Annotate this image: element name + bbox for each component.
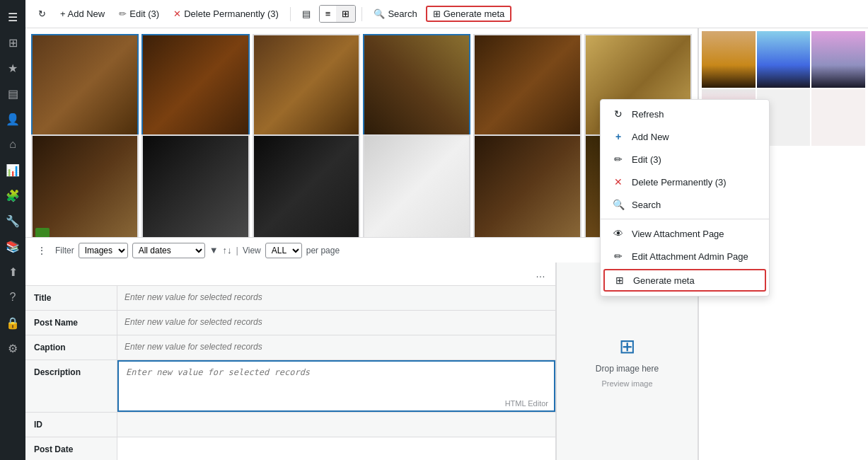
drop-icon: ⊞	[619, 335, 635, 358]
add-new-label: + Add New	[60, 8, 105, 19]
image-cell-2[interactable]	[141, 34, 249, 142]
edit-button[interactable]: ✏ Edit (3)	[113, 6, 165, 22]
users-icon[interactable]: 👤	[1, 108, 24, 130]
ctx-view-attachment[interactable]: 👁 View Attachment Page	[601, 222, 769, 245]
form-row-description: Description HTML Editor	[25, 360, 555, 413]
details-panel: … Title Post Name	[25, 263, 698, 460]
description-value[interactable]: HTML Editor	[117, 360, 555, 412]
search-button[interactable]: 🔍 Search	[368, 6, 422, 22]
refresh-button[interactable]: ↻	[33, 6, 52, 22]
image-cell-10[interactable]	[363, 134, 470, 238]
ctx-view-icon: 👁	[612, 228, 625, 239]
caption-value[interactable]	[117, 335, 555, 360]
right-thumb-2[interactable]	[757, 31, 811, 88]
toolbar: ↻ + Add New ✏ Edit (3) ✕ Delete Permanen…	[25, 0, 868, 28]
ctx-edit-icon: ✏	[612, 154, 625, 165]
ctx-delete-icon: ✕	[612, 176, 625, 188]
form-row-post-name: Post Name	[25, 311, 555, 335]
lock-icon[interactable]: 🔒	[1, 311, 24, 334]
post-name-input[interactable]	[125, 317, 548, 327]
puzzle-icon[interactable]: 🧩	[1, 184, 24, 207]
right-thumb-3[interactable]	[811, 31, 865, 88]
ctx-edit-attach-label: Edit Attachment Admin Page	[632, 251, 748, 262]
bulk-actions-icon-button[interactable]: ▤	[296, 6, 316, 22]
settings-icon[interactable]: ⚙	[1, 337, 24, 360]
ctx-separator	[601, 219, 769, 219]
help-icon[interactable]: ?	[1, 286, 24, 309]
per-page-label: per page	[306, 246, 340, 255]
ctx-edit[interactable]: ✏ Edit (3)	[601, 148, 769, 171]
image-cell-3[interactable]	[253, 34, 360, 142]
separator-1	[290, 7, 291, 21]
id-value	[117, 413, 555, 437]
ctx-search-icon: 🔍	[612, 199, 625, 210]
filter-icon2: ↑↓	[223, 245, 232, 255]
search-icon: 🔍	[374, 8, 385, 19]
ctx-edit-attachment[interactable]: ✏ Edit Attachment Admin Page	[601, 245, 769, 268]
view-label: View	[243, 246, 261, 255]
right-thumb-6[interactable]	[811, 89, 865, 146]
home-icon[interactable]: ⌂	[1, 133, 24, 156]
ctx-add-label: Add New	[632, 132, 669, 142]
ctx-refresh[interactable]: ↻ Refresh	[601, 103, 769, 125]
ctx-search[interactable]: 🔍 Search	[601, 193, 769, 216]
add-new-button[interactable]: + Add New	[54, 6, 110, 22]
image-cell-8[interactable]	[141, 134, 249, 238]
id-label: ID	[25, 413, 117, 437]
delete-button[interactable]: ✕ Delete Permanently (3)	[168, 6, 284, 22]
image-cell-1[interactable]	[31, 34, 139, 142]
star-icon[interactable]: ★	[1, 57, 24, 79]
ctx-generate-label: Generate meta	[633, 275, 695, 286]
description-input[interactable]	[126, 367, 547, 403]
html-editor-label: HTML Editor	[505, 399, 548, 408]
right-thumb-1[interactable]	[702, 31, 756, 88]
ctx-search-label: Search	[632, 200, 661, 210]
media-icon[interactable]: ▤	[1, 82, 24, 105]
delete-label: Delete Permanently (3)	[184, 8, 279, 19]
filter-type-select[interactable]: Images Audio Video	[79, 243, 128, 258]
books-icon[interactable]: 📚	[1, 235, 24, 258]
image-cell-7[interactable]	[31, 134, 139, 238]
upload-icon[interactable]: ⬆	[1, 260, 24, 283]
media-section: ⋮ Filter Images Audio Video All dates Ja…	[25, 28, 698, 460]
chart-icon[interactable]: 📊	[1, 159, 24, 181]
image-cell-4[interactable]	[363, 34, 470, 142]
ctx-add-icon: +	[612, 131, 625, 142]
ctx-refresh-label: Refresh	[632, 109, 664, 120]
generate-meta-label: Generate meta	[444, 8, 505, 19]
image-cell-5[interactable]	[473, 34, 581, 142]
tools-icon[interactable]: 🔧	[1, 209, 24, 232]
title-value[interactable]	[117, 286, 555, 310]
title-input[interactable]	[125, 292, 548, 302]
grid-view-button[interactable]: ⊞	[336, 6, 355, 22]
ctx-view-label: View Attachment Page	[632, 229, 724, 239]
form-row-title: Title	[25, 286, 555, 311]
filter-icon: ▼	[209, 245, 219, 255]
ctx-generate-meta[interactable]: ⊞ Generate meta	[603, 269, 766, 292]
list-view-button[interactable]: ≡	[320, 6, 337, 22]
caption-input[interactable]	[125, 342, 548, 352]
generate-meta-button[interactable]: ⊞ Generate meta	[426, 6, 512, 22]
caption-label: Caption	[25, 335, 117, 360]
drop-zone[interactable]: ⊞ Drop image here Preview image	[596, 335, 659, 388]
menu-icon[interactable]: ☰	[1, 6, 24, 28]
ctx-add-new[interactable]: + Add New	[601, 125, 769, 148]
view-toggle: ≡ ⊞	[319, 5, 357, 23]
image-grid	[25, 28, 698, 237]
details-form: … Title Post Name	[25, 263, 556, 460]
separator-2	[361, 7, 362, 21]
generate-meta-icon: ⊞	[433, 8, 441, 19]
filter-three-dots[interactable]: ⋮	[33, 242, 51, 259]
form-three-dots[interactable]: …	[531, 265, 550, 282]
filter-label: Filter	[55, 246, 74, 255]
ctx-delete[interactable]: ✕ Delete Permanently (3)	[601, 171, 769, 193]
dashboard-icon[interactable]: ⊞	[1, 31, 24, 54]
ctx-edit-label: Edit (3)	[632, 154, 661, 165]
form-row-id: ID	[25, 413, 555, 437]
edit-label: Edit (3)	[129, 8, 159, 19]
filter-date-select[interactable]: All dates January 2024	[132, 243, 205, 258]
image-cell-11[interactable]	[473, 134, 581, 238]
view-select[interactable]: ALL 10 25 50	[265, 243, 302, 258]
post-name-value[interactable]	[117, 311, 555, 335]
image-cell-9[interactable]	[253, 134, 360, 238]
